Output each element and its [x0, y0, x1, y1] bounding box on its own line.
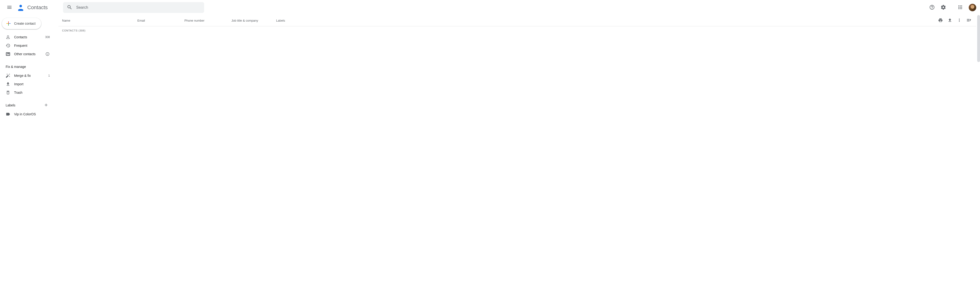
- hamburger-icon: [6, 5, 12, 11]
- google-apps-button[interactable]: [956, 3, 965, 12]
- download-icon: [6, 82, 10, 86]
- info-icon[interactable]: [45, 52, 50, 56]
- trash-icon: [6, 90, 10, 95]
- sidebar-item-count: 1: [48, 74, 50, 77]
- sidebar-section-labels: Labels: [0, 100, 52, 110]
- side-panel-icon: [966, 18, 971, 23]
- label-icon: [6, 112, 10, 116]
- create-contact-label: Create contact: [14, 22, 35, 25]
- svg-rect-4: [9, 23, 11, 24]
- archive-icon: [6, 52, 10, 56]
- sidebar-item-label: Import: [14, 82, 50, 86]
- sidebar-item-label: Other contacts: [14, 52, 41, 56]
- sidebar-item-contacts[interactable]: Contacts 308: [0, 33, 52, 41]
- sidebar-item-label: Frequent: [14, 44, 50, 48]
- contacts-section-label: CONTACTS (308): [58, 26, 976, 35]
- plus-icon: [44, 103, 48, 108]
- app-logo-area[interactable]: Contacts: [16, 3, 63, 12]
- upload-icon: [948, 18, 952, 23]
- print-icon: [938, 18, 943, 23]
- search-bar[interactable]: [63, 2, 204, 13]
- gear-icon: [940, 5, 946, 11]
- add-label-button[interactable]: [43, 102, 49, 108]
- search-icon: [67, 5, 72, 11]
- column-header-name[interactable]: Name: [62, 19, 137, 22]
- main-content: Name Email Phone number Job title & comp…: [54, 15, 980, 120]
- more-vert-icon: [957, 18, 962, 23]
- section-title: Labels: [6, 103, 15, 107]
- contacts-logo-icon: [16, 3, 25, 12]
- search-input[interactable]: [76, 5, 200, 10]
- app-header: Contacts: [0, 0, 980, 15]
- help-button[interactable]: [928, 3, 937, 12]
- print-button[interactable]: [937, 17, 944, 24]
- svg-rect-5: [8, 23, 9, 24]
- sidebar-item-import[interactable]: Import: [0, 80, 52, 88]
- person-icon: [6, 35, 10, 40]
- account-avatar[interactable]: [969, 4, 976, 11]
- history-icon: [6, 43, 10, 48]
- apps-grid-icon: [958, 5, 963, 11]
- sidebar-section-fix-manage: Fix & manage: [0, 62, 52, 71]
- sidebar-item-label: Merge & fix: [14, 74, 45, 78]
- svg-rect-3: [6, 23, 8, 24]
- sidebar-item-merge-fix[interactable]: Merge & fix 1: [0, 71, 52, 80]
- svg-point-0: [19, 5, 22, 7]
- header-actions: [928, 3, 976, 12]
- export-button[interactable]: [946, 17, 954, 24]
- app-title: Contacts: [27, 5, 48, 11]
- sidebar-item-label: Vip in ColorOS: [14, 112, 50, 116]
- column-header-job[interactable]: Job title & company: [231, 19, 276, 22]
- sidebar-item-other-contacts[interactable]: Other contacts: [0, 50, 52, 58]
- svg-rect-2: [8, 24, 9, 25]
- column-header-email[interactable]: Email: [137, 19, 185, 22]
- sidebar-item-frequent[interactable]: Frequent: [0, 41, 52, 50]
- scrollbar[interactable]: [977, 15, 980, 62]
- contacts-table-header: Name Email Phone number Job title & comp…: [58, 15, 976, 26]
- settings-button[interactable]: [939, 3, 948, 12]
- wand-icon: [6, 73, 10, 78]
- more-actions-button[interactable]: [956, 17, 963, 24]
- sidebar-item-label-vip[interactable]: Vip in ColorOS: [0, 110, 52, 118]
- section-title: Fix & manage: [6, 65, 26, 68]
- help-icon: [929, 5, 935, 11]
- column-header-phone[interactable]: Phone number: [185, 19, 231, 22]
- toggle-side-panel-button[interactable]: [965, 17, 972, 24]
- sidebar: Create contact Contacts 308 Frequent Oth…: [0, 15, 54, 120]
- sidebar-item-label: Trash: [14, 90, 50, 94]
- sidebar-item-label: Contacts: [14, 35, 41, 39]
- create-contact-button[interactable]: Create contact: [2, 18, 41, 29]
- svg-rect-1: [8, 21, 9, 23]
- column-header-labels[interactable]: Labels: [276, 19, 937, 22]
- main-menu-button[interactable]: [4, 2, 15, 13]
- sidebar-item-count: 308: [45, 35, 50, 39]
- sidebar-item-trash[interactable]: Trash: [0, 88, 52, 97]
- plus-multicolor-icon: [6, 21, 11, 26]
